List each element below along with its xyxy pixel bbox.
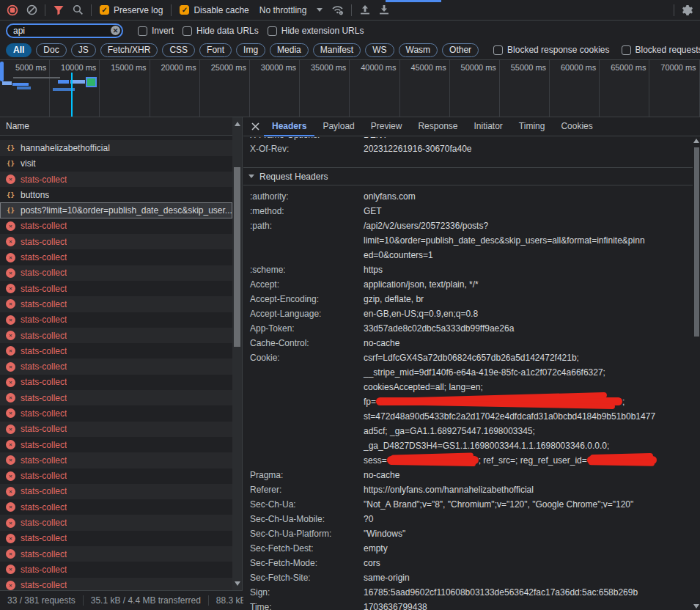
header-value-line: st=472d48a90d5433bfc2a2d17042e4dfdcafd31…	[364, 409, 693, 424]
details-tab[interactable]: Headers	[264, 117, 314, 136]
header-row: :path: /api2/v2/users/20572336/posts?lim…	[243, 218, 693, 262]
request-row[interactable]: {} posts?limit=10&order=publish_date_des…	[0, 202, 232, 218]
details-tab[interactable]: Timing	[511, 117, 553, 136]
request-row[interactable]: ✕ stats-collect	[0, 312, 232, 328]
scroll-up-arrow-icon[interactable]	[693, 139, 699, 143]
request-row[interactable]: ✕ stats-collect	[0, 437, 232, 452]
request-row[interactable]: ✕ stats-collect	[0, 390, 232, 405]
request-name-label: stats-collect	[21, 455, 67, 466]
request-name-label: stats-collect	[21, 440, 67, 450]
filter-toggle-button[interactable]	[49, 1, 68, 19]
details-scrollbar[interactable]	[693, 137, 700, 610]
scroll-down-arrow-icon[interactable]	[235, 581, 240, 586]
request-name-label: stats-collect	[21, 174, 67, 185]
checkbox-item[interactable]: Invert	[133, 26, 178, 36]
filter-input-wrap: ✕	[6, 23, 123, 38]
request-headers-section-header[interactable]: Request Headers	[243, 167, 693, 185]
resource-type-chip[interactable]: All	[6, 43, 32, 57]
request-row[interactable]: {} buttons	[0, 187, 232, 202]
request-row[interactable]: {} visit	[0, 156, 232, 172]
scroll-down-arrow-icon[interactable]	[693, 604, 699, 609]
request-row[interactable]: ✕ stats-collect	[0, 422, 232, 437]
request-row[interactable]: ✕ stats-collect	[0, 484, 232, 499]
settings-button[interactable]	[678, 1, 697, 19]
checkbox[interactable]	[493, 45, 503, 55]
resource-type-chip[interactable]: Doc	[36, 43, 66, 57]
scroll-up-arrow-icon[interactable]	[235, 122, 240, 126]
resource-type-chip[interactable]: Media	[270, 43, 309, 57]
resource-type-chip[interactable]: JS	[71, 43, 96, 57]
request-row[interactable]: ✕ stats-collect	[0, 281, 232, 296]
chip-checkbox-group: Blocked response cookies Blocked request…	[489, 45, 694, 55]
details-tab[interactable]: Payload	[314, 117, 362, 136]
checkbox-item[interactable]: Hide extension URLs	[263, 26, 369, 36]
request-list-scrollbar[interactable]	[232, 117, 242, 590]
preserve-log-checkbox[interactable]: ✓	[100, 5, 109, 15]
header-value: onlyfans.com	[364, 189, 693, 204]
clear-button[interactable]	[22, 1, 41, 19]
checkbox[interactable]	[622, 45, 631, 55]
resource-type-chip[interactable]: Img	[236, 43, 265, 57]
close-details-button[interactable]	[246, 117, 264, 136]
resource-type-chip[interactable]: Fetch/XHR	[100, 43, 158, 57]
request-rows: {} init {} hannahelizabethofficial {} vi…	[0, 136, 232, 590]
checkbox-item[interactable]: Blocked requests	[617, 45, 700, 55]
details-tab[interactable]: Response	[410, 117, 465, 136]
disable-cache-toggle[interactable]: ✓ Disable cache	[175, 5, 253, 15]
clear-filter-icon[interactable]: ✕	[111, 26, 120, 35]
request-row[interactable]: ✕ stats-collect	[0, 359, 232, 374]
request-row[interactable]: ✕ stats-collect	[0, 468, 232, 484]
request-name-label: hannahelizabethofficial	[21, 143, 110, 153]
details-tab[interactable]: Cookies	[553, 117, 600, 136]
request-row[interactable]: ✕ stats-collect	[0, 218, 232, 234]
request-row[interactable]: ✕ stats-collect	[0, 234, 232, 249]
checkbox[interactable]	[268, 26, 277, 36]
request-type-icon: ✕	[6, 440, 15, 449]
request-row[interactable]: ✕ stats-collect	[0, 343, 232, 359]
request-row[interactable]: ✕ stats-collect	[0, 265, 232, 281]
checkbox[interactable]	[138, 26, 147, 36]
checkbox-item[interactable]: Hide data URLs	[178, 26, 263, 36]
checkbox[interactable]	[183, 26, 192, 36]
name-column-header[interactable]: Name	[0, 117, 242, 136]
export-har-button[interactable]	[375, 1, 394, 19]
request-row[interactable]: ✕ stats-collect	[0, 172, 232, 187]
request-row[interactable]: ✕ stats-collect	[0, 405, 232, 421]
resource-type-chip[interactable]: CSS	[162, 43, 195, 57]
resource-type-chip[interactable]: Other	[442, 43, 479, 57]
preserve-log-toggle[interactable]: ✓ Preserve log	[95, 5, 167, 15]
request-row[interactable]: ✕ stats-collect	[0, 499, 232, 515]
overview-grip-handle[interactable]	[0, 62, 4, 81]
request-row[interactable]: {} hannahelizabethofficial	[0, 140, 232, 155]
resource-type-chip[interactable]: WS	[365, 43, 394, 57]
request-row[interactable]: ✕ stats-collect	[0, 546, 232, 562]
request-row[interactable]: ✕ stats-collect	[0, 452, 232, 468]
request-row[interactable]: ✕ stats-collect	[0, 296, 232, 312]
scrollbar-thumb[interactable]	[694, 147, 699, 337]
search-button[interactable]	[68, 1, 87, 19]
request-row[interactable]: ✕ stats-collect	[0, 578, 232, 590]
import-har-button[interactable]	[355, 1, 375, 19]
resource-type-chip[interactable]: Font	[199, 43, 232, 57]
network-conditions-button[interactable]	[328, 1, 347, 19]
disable-cache-checkbox[interactable]: ✓	[180, 5, 189, 15]
request-row[interactable]: ✕ stats-collect	[0, 328, 232, 343]
network-overview-timeline[interactable]: 5000 ms10000 ms15000 ms20000 ms25000 ms3…	[0, 60, 700, 117]
resource-type-chip[interactable]: Wasm	[399, 43, 438, 57]
details-tab[interactable]: Initiator	[465, 117, 510, 136]
resource-type-chip[interactable]: Manifest	[313, 43, 361, 57]
checkbox-item[interactable]: Blocked response cookies	[489, 45, 614, 55]
redaction-scribble	[387, 456, 479, 464]
request-row[interactable]: ✕ stats-collect	[0, 515, 232, 530]
request-row[interactable]: ✕ stats-collect	[0, 562, 232, 577]
request-row[interactable]: ✕ stats-collect	[0, 249, 232, 265]
request-row[interactable]: ✕ stats-collect	[0, 531, 232, 546]
request-row[interactable]: ✕ stats-collect	[0, 375, 232, 390]
details-tab[interactable]: Preview	[363, 117, 410, 136]
filter-input[interactable]	[6, 23, 123, 38]
header-value: no-cache	[364, 468, 693, 482]
throttling-dropdown[interactable]: No throttling	[254, 5, 329, 15]
request-type-icon: ✕	[6, 378, 15, 387]
scrollbar-thumb[interactable]	[234, 167, 240, 347]
record-button[interactable]	[3, 1, 22, 19]
